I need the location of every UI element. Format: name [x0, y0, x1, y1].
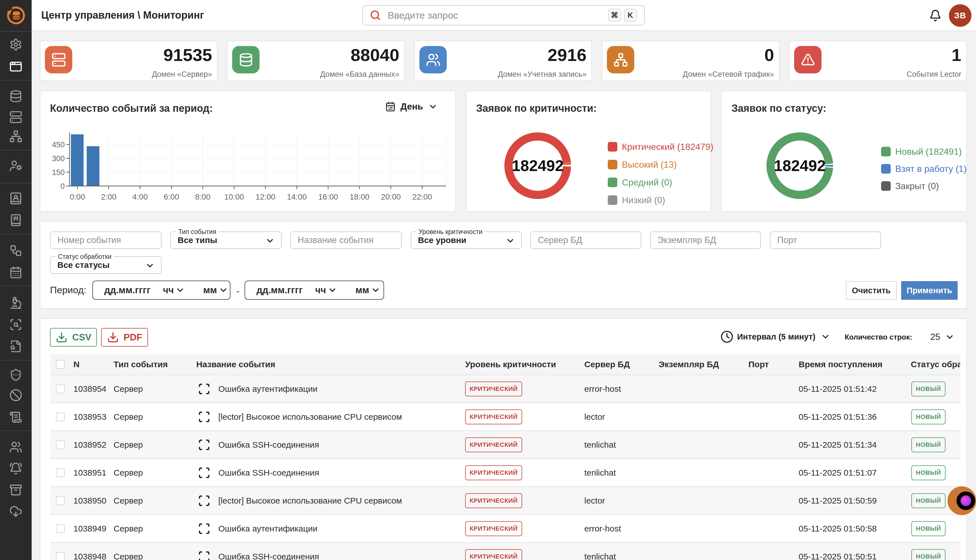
svg-text:2:00: 2:00	[101, 192, 117, 201]
svg-text:450: 450	[52, 140, 65, 149]
svg-text:182492: 182492	[774, 157, 826, 175]
svg-text:10:00: 10:00	[224, 192, 244, 201]
svg-text:0: 0	[60, 182, 65, 190]
svg-text:6:00: 6:00	[164, 192, 179, 201]
svg-text:16:00: 16:00	[318, 192, 338, 201]
svg-text:12:00: 12:00	[255, 192, 275, 201]
svg-text:150: 150	[52, 168, 65, 177]
svg-text:14:00: 14:00	[287, 192, 307, 201]
svg-text:0:00: 0:00	[70, 192, 85, 201]
svg-text:20:00: 20:00	[381, 192, 401, 201]
svg-text:300: 300	[52, 154, 65, 163]
svg-text:18:00: 18:00	[350, 192, 369, 201]
svg-text:4:00: 4:00	[132, 192, 148, 201]
svg-text:8:00: 8:00	[195, 192, 211, 201]
svg-text:182492: 182492	[512, 157, 564, 175]
svg-text:22:00: 22:00	[412, 192, 432, 201]
